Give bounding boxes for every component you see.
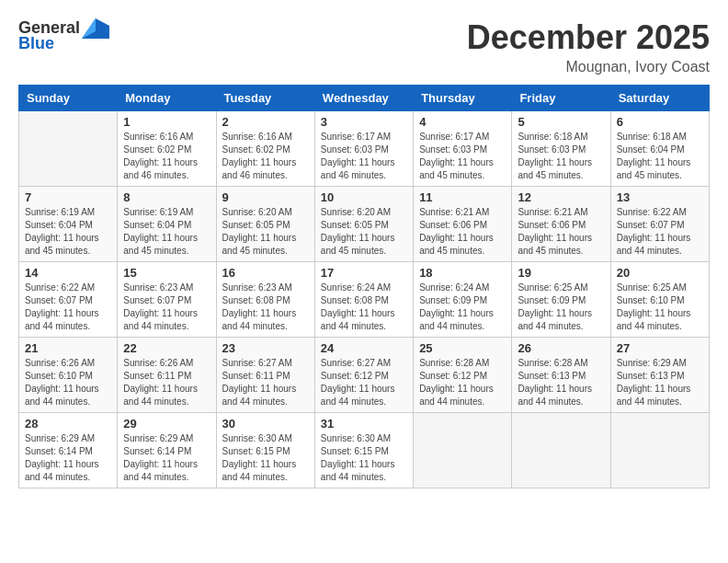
- day-number: 3: [321, 115, 407, 129]
- day-info: Sunrise: 6:29 AMSunset: 6:14 PMDaylight:…: [123, 432, 210, 484]
- day-info: Sunrise: 6:18 AMSunset: 6:03 PMDaylight:…: [518, 131, 604, 182]
- calendar-cell: 19Sunrise: 6:25 AMSunset: 6:09 PMDayligh…: [512, 262, 610, 338]
- day-number: 17: [321, 266, 407, 280]
- day-of-week-header: Tuesday: [216, 86, 314, 111]
- calendar-cell: 13Sunrise: 6:22 AMSunset: 6:07 PMDayligh…: [610, 187, 709, 262]
- day-number: 4: [419, 115, 506, 129]
- day-number: 18: [419, 266, 506, 280]
- calendar-cell: 25Sunrise: 6:28 AMSunset: 6:12 PMDayligh…: [414, 338, 512, 413]
- day-info: Sunrise: 6:21 AMSunset: 6:06 PMDaylight:…: [518, 206, 604, 258]
- day-number: 22: [123, 341, 210, 355]
- calendar-cell: 18Sunrise: 6:24 AMSunset: 6:09 PMDayligh…: [414, 262, 512, 338]
- calendar-cell: 11Sunrise: 6:21 AMSunset: 6:06 PMDayligh…: [414, 187, 512, 262]
- calendar-cell: 30Sunrise: 6:30 AMSunset: 6:15 PMDayligh…: [216, 413, 314, 488]
- calendar-cell: 6Sunrise: 6:18 AMSunset: 6:04 PMDaylight…: [610, 111, 709, 187]
- day-info: Sunrise: 6:25 AMSunset: 6:09 PMDaylight:…: [518, 282, 604, 333]
- day-number: 23: [222, 341, 309, 355]
- day-of-week-header: Sunday: [19, 86, 118, 111]
- day-info: Sunrise: 6:27 AMSunset: 6:12 PMDaylight:…: [321, 357, 407, 408]
- calendar-week-row: 1Sunrise: 6:16 AMSunset: 6:02 PMDaylight…: [19, 111, 710, 187]
- day-info: Sunrise: 6:24 AMSunset: 6:09 PMDaylight:…: [419, 282, 506, 333]
- day-number: 8: [123, 190, 210, 204]
- day-info: Sunrise: 6:30 AMSunset: 6:15 PMDaylight:…: [321, 432, 407, 484]
- calendar-cell: 27Sunrise: 6:29 AMSunset: 6:13 PMDayligh…: [610, 338, 709, 413]
- day-number: 10: [321, 190, 407, 204]
- calendar-cell: 5Sunrise: 6:18 AMSunset: 6:03 PMDaylight…: [512, 111, 610, 187]
- title-area: December 2025 Mougnan, Ivory Coast: [467, 18, 710, 75]
- calendar-cell: 28Sunrise: 6:29 AMSunset: 6:14 PMDayligh…: [19, 413, 118, 488]
- calendar-cell: 12Sunrise: 6:21 AMSunset: 6:06 PMDayligh…: [512, 187, 610, 262]
- calendar-cell: 17Sunrise: 6:24 AMSunset: 6:08 PMDayligh…: [314, 262, 413, 338]
- day-info: Sunrise: 6:23 AMSunset: 6:08 PMDaylight:…: [222, 282, 309, 333]
- calendar-cell: [414, 413, 512, 488]
- calendar-cell: 8Sunrise: 6:19 AMSunset: 6:04 PMDaylight…: [118, 187, 216, 262]
- day-info: Sunrise: 6:27 AMSunset: 6:11 PMDaylight:…: [222, 357, 309, 408]
- day-number: 21: [25, 341, 111, 355]
- day-info: Sunrise: 6:19 AMSunset: 6:04 PMDaylight:…: [25, 206, 111, 258]
- day-info: Sunrise: 6:30 AMSunset: 6:15 PMDaylight:…: [222, 432, 309, 484]
- calendar-cell: 4Sunrise: 6:17 AMSunset: 6:03 PMDaylight…: [414, 111, 512, 187]
- day-info: Sunrise: 6:26 AMSunset: 6:10 PMDaylight:…: [25, 357, 111, 408]
- calendar-cell: 16Sunrise: 6:23 AMSunset: 6:08 PMDayligh…: [216, 262, 314, 338]
- day-info: Sunrise: 6:28 AMSunset: 6:12 PMDaylight:…: [419, 357, 506, 408]
- calendar-cell: 1Sunrise: 6:16 AMSunset: 6:02 PMDaylight…: [118, 111, 216, 187]
- month-year-title: December 2025: [467, 18, 710, 57]
- day-number: 13: [617, 190, 703, 204]
- calendar-cell: 7Sunrise: 6:19 AMSunset: 6:04 PMDaylight…: [19, 187, 118, 262]
- location-subtitle: Mougnan, Ivory Coast: [467, 59, 710, 75]
- day-number: 26: [518, 341, 604, 355]
- calendar-cell: [610, 413, 709, 488]
- day-info: Sunrise: 6:29 AMSunset: 6:14 PMDaylight:…: [25, 432, 111, 484]
- day-of-week-header: Friday: [512, 86, 610, 111]
- calendar-week-row: 14Sunrise: 6:22 AMSunset: 6:07 PMDayligh…: [19, 262, 710, 338]
- calendar-cell: 15Sunrise: 6:23 AMSunset: 6:07 PMDayligh…: [118, 262, 216, 338]
- day-info: Sunrise: 6:17 AMSunset: 6:03 PMDaylight:…: [321, 131, 407, 182]
- header: General Blue December 2025 Mougnan, Ivor…: [18, 18, 710, 75]
- day-number: 7: [25, 190, 111, 204]
- day-info: Sunrise: 6:22 AMSunset: 6:07 PMDaylight:…: [617, 206, 703, 258]
- day-number: 27: [617, 341, 703, 355]
- calendar-cell: 9Sunrise: 6:20 AMSunset: 6:05 PMDaylight…: [216, 187, 314, 262]
- day-number: 1: [123, 115, 210, 129]
- calendar-week-row: 7Sunrise: 6:19 AMSunset: 6:04 PMDaylight…: [19, 187, 710, 262]
- day-number: 28: [25, 417, 111, 431]
- day-number: 19: [518, 266, 604, 280]
- day-number: 24: [321, 341, 407, 355]
- day-number: 15: [123, 266, 210, 280]
- calendar-cell: 20Sunrise: 6:25 AMSunset: 6:10 PMDayligh…: [610, 262, 709, 338]
- calendar-cell: 29Sunrise: 6:29 AMSunset: 6:14 PMDayligh…: [118, 413, 216, 488]
- day-info: Sunrise: 6:20 AMSunset: 6:05 PMDaylight:…: [321, 206, 407, 258]
- day-info: Sunrise: 6:16 AMSunset: 6:02 PMDaylight:…: [222, 131, 309, 182]
- day-number: 9: [222, 190, 309, 204]
- day-number: 12: [518, 190, 604, 204]
- day-of-week-header: Thursday: [414, 86, 512, 111]
- day-info: Sunrise: 6:18 AMSunset: 6:04 PMDaylight:…: [617, 131, 703, 182]
- calendar-cell: 2Sunrise: 6:16 AMSunset: 6:02 PMDaylight…: [216, 111, 314, 187]
- logo-blue: Blue: [18, 35, 109, 53]
- day-info: Sunrise: 6:29 AMSunset: 6:13 PMDaylight:…: [617, 357, 703, 408]
- day-number: 20: [617, 266, 703, 280]
- day-number: 14: [25, 266, 111, 280]
- day-info: Sunrise: 6:23 AMSunset: 6:07 PMDaylight:…: [123, 282, 210, 333]
- day-number: 6: [617, 115, 703, 129]
- day-number: 25: [419, 341, 506, 355]
- day-info: Sunrise: 6:21 AMSunset: 6:06 PMDaylight:…: [419, 206, 506, 258]
- day-info: Sunrise: 6:17 AMSunset: 6:03 PMDaylight:…: [419, 131, 506, 182]
- calendar-cell: 23Sunrise: 6:27 AMSunset: 6:11 PMDayligh…: [216, 338, 314, 413]
- day-number: 29: [123, 417, 210, 431]
- day-info: Sunrise: 6:16 AMSunset: 6:02 PMDaylight:…: [123, 131, 210, 182]
- calendar-cell: 31Sunrise: 6:30 AMSunset: 6:15 PMDayligh…: [314, 413, 413, 488]
- day-of-week-header: Wednesday: [314, 86, 413, 111]
- calendar-week-row: 28Sunrise: 6:29 AMSunset: 6:14 PMDayligh…: [19, 413, 710, 488]
- calendar-table: SundayMondayTuesdayWednesdayThursdayFrid…: [18, 85, 710, 488]
- calendar-cell: 24Sunrise: 6:27 AMSunset: 6:12 PMDayligh…: [314, 338, 413, 413]
- day-number: 5: [518, 115, 604, 129]
- day-info: Sunrise: 6:20 AMSunset: 6:05 PMDaylight:…: [222, 206, 309, 258]
- calendar-cell: 3Sunrise: 6:17 AMSunset: 6:03 PMDaylight…: [314, 111, 413, 187]
- calendar-cell: 22Sunrise: 6:26 AMSunset: 6:11 PMDayligh…: [118, 338, 216, 413]
- calendar-week-row: 21Sunrise: 6:26 AMSunset: 6:10 PMDayligh…: [19, 338, 710, 413]
- day-number: 2: [222, 115, 309, 129]
- calendar-header-row: SundayMondayTuesdayWednesdayThursdayFrid…: [19, 86, 710, 111]
- day-info: Sunrise: 6:28 AMSunset: 6:13 PMDaylight:…: [518, 357, 604, 408]
- calendar-cell: 21Sunrise: 6:26 AMSunset: 6:10 PMDayligh…: [19, 338, 118, 413]
